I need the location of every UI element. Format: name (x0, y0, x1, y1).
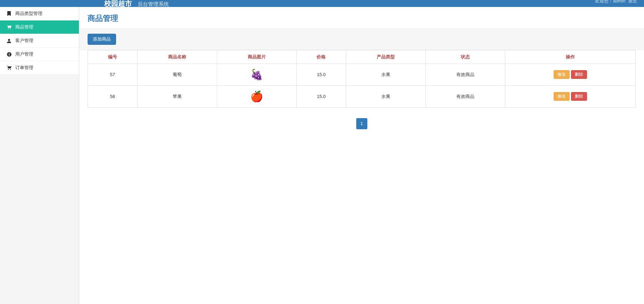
sidebar-item-1[interactable]: 商品管理 (0, 20, 79, 34)
add-product-button[interactable]: 添加商品 (88, 34, 116, 45)
table-column-header: 产品类型 (346, 50, 426, 64)
table-column-header: 状态 (426, 50, 505, 64)
sidebar-item-label: 商品管理 (15, 24, 33, 30)
content-area: 编号商品名称商品图片价格产品类型状态操作 57葡萄🍇15.0水果有效商品修改删除… (79, 50, 644, 138)
table-row: 57葡萄🍇15.0水果有效商品修改删除 (88, 64, 636, 85)
table-header-row: 编号商品名称商品图片价格产品类型状态操作 (88, 50, 636, 64)
app-brand: 校园超市 (104, 0, 132, 7)
cell-price: 15.0 (296, 64, 346, 85)
svg-point-6 (8, 69, 9, 70)
table-row: 58苹果🍎15.0水果有效商品修改删除 (88, 85, 636, 107)
pagination: 1 (88, 118, 636, 129)
cell-status: 有效商品 (426, 64, 505, 85)
cell-name: 苹果 (137, 85, 217, 107)
cell-category: 水果 (346, 85, 426, 107)
svg-rect-5 (9, 53, 9, 54)
svg-rect-4 (9, 54, 9, 56)
delete-button[interactable]: 删除 (571, 70, 587, 79)
cell-id: 57 (88, 64, 138, 85)
user-icon (6, 39, 12, 43)
cell-image: 🍎 (217, 85, 296, 107)
page-title: 商品管理 (88, 13, 636, 24)
cell-actions: 修改删除 (505, 85, 636, 107)
cell-name: 葡萄 (137, 64, 217, 85)
table-body: 57葡萄🍇15.0水果有效商品修改删除58苹果🍎15.0水果有效商品修改删除 (88, 64, 636, 107)
product-thumb-icon: 🍇 (250, 67, 264, 82)
main-content: 商品管理 添加商品 编号商品名称商品图片价格产品类型状态操作 57葡萄🍇15.0… (79, 7, 644, 304)
toolbar: 添加商品 (79, 29, 644, 50)
logout-link[interactable]: 退出 (628, 0, 637, 3)
cell-id: 58 (88, 85, 138, 107)
bookmark-icon (6, 11, 12, 16)
products-table: 编号商品名称商品图片价格产品类型状态操作 57葡萄🍇15.0水果有效商品修改删除… (88, 50, 636, 108)
sidebar-item-label: 用户管理 (15, 51, 33, 57)
table-column-header: 操作 (505, 50, 636, 64)
page-header: 商品管理 (79, 7, 644, 29)
topbar-right: 欢迎您：admin 退出 (595, 0, 637, 4)
cell-price: 15.0 (296, 85, 346, 107)
sidebar-item-label: 订单管理 (15, 65, 33, 71)
page-button[interactable]: 1 (356, 118, 367, 129)
sidebar-item-2[interactable]: 客户管理 (0, 34, 79, 48)
cart-icon (6, 66, 12, 70)
edit-button[interactable]: 修改 (554, 92, 570, 100)
cell-image: 🍇 (217, 64, 296, 85)
svg-point-2 (8, 39, 10, 41)
delete-button[interactable]: 删除 (571, 92, 587, 100)
sidebar-item-3[interactable]: 用户管理 (0, 48, 79, 61)
current-user: admin (613, 0, 625, 3)
svg-point-7 (10, 69, 11, 70)
table-column-header: 编号 (88, 50, 138, 64)
cell-status: 有效商品 (426, 85, 505, 107)
table-column-header: 价格 (296, 50, 346, 64)
sidebar-item-4[interactable]: 订单管理 (0, 61, 79, 75)
table-column-header: 商品图片 (217, 50, 296, 64)
app-subtitle: 后台管理系统 (138, 1, 169, 7)
welcome-label: 欢迎您： (595, 0, 613, 3)
table-column-header: 商品名称 (137, 50, 217, 64)
topbar: 校园超市 后台管理系统 欢迎您：admin 退出 (0, 0, 644, 7)
edit-button[interactable]: 修改 (554, 70, 570, 79)
svg-point-1 (10, 28, 11, 29)
cell-category: 水果 (346, 64, 426, 85)
sidebar-item-label: 商品类型管理 (15, 10, 42, 17)
cart-icon (6, 25, 12, 30)
sidebar-item-label: 客户管理 (15, 38, 33, 44)
cell-actions: 修改删除 (505, 64, 636, 85)
topbar-left: 校园超市 后台管理系统 (104, 0, 169, 7)
info-icon (6, 52, 12, 57)
sidebar-item-0[interactable]: 商品类型管理 (0, 7, 79, 20)
sidebar: 商品类型管理商品管理客户管理用户管理订单管理 (0, 7, 79, 304)
svg-point-0 (8, 28, 9, 29)
product-thumb-icon: 🍎 (250, 89, 264, 104)
